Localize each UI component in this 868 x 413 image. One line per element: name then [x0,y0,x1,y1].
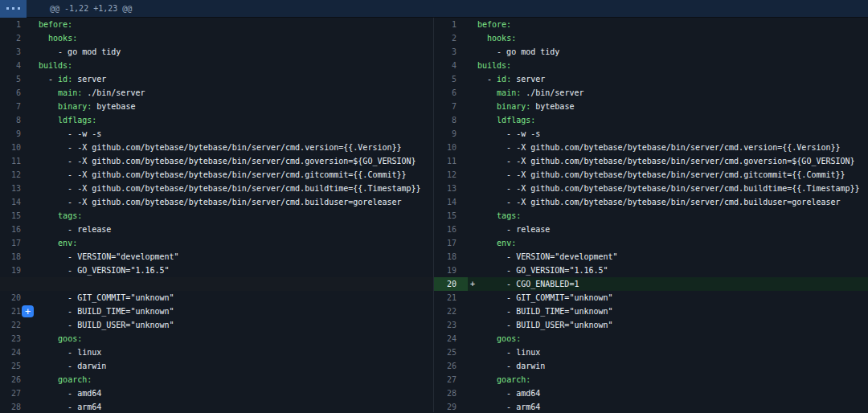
line-number[interactable]: 19 [434,264,468,277]
line-number[interactable]: 6 [434,86,468,100]
code-line: ldflags: [477,113,868,127]
line-number[interactable]: 29 [434,400,468,412]
diff-row: 12 - -X github.com/bytebase/bytebase/bin… [0,168,433,182]
diff-row: 4builds: [434,59,868,72]
line-number[interactable]: 12 [434,168,468,182]
line-number[interactable]: 3 [0,45,29,59]
diff-row: 14 - -X github.com/bytebase/bytebase/bin… [0,195,433,209]
diff-row: 27 goarch: [434,373,868,386]
line-number[interactable]: 28 [434,386,468,400]
line-number[interactable]: 9 [434,127,468,141]
line-number[interactable]: 5 [0,72,29,86]
diff-marker [468,59,477,72]
diff-row: 18 - VERSION="development" [0,250,433,264]
line-number[interactable]: 7 [0,100,29,113]
diff-marker [468,100,477,113]
line-number[interactable]: 22 [434,305,468,318]
code-line: env: [477,236,868,250]
code-line [39,277,433,291]
diff-row: 21 - GIT_COMMIT="unknown" [434,291,868,305]
diff-marker [468,127,477,141]
line-number[interactable]: 17 [434,236,468,250]
line-number[interactable]: 7 [434,100,468,113]
diff-marker [29,113,39,127]
line-number[interactable]: 15 [434,209,468,223]
line-number[interactable]: 25 [0,359,29,373]
line-number[interactable]: 1 [0,18,29,31]
line-number[interactable]: 16 [0,223,29,236]
diff-marker [29,264,39,277]
line-number[interactable]: 4 [0,59,29,72]
code-line: - GIT_COMMIT="unknown" [39,291,433,305]
code-line: - -w -s [477,127,868,141]
line-number[interactable]: 5 [434,72,468,86]
diff-marker [29,373,39,386]
line-number[interactable]: 11 [0,154,29,168]
diff-row: 13 - -X github.com/bytebase/bytebase/bin… [0,182,433,195]
code-line: before: [39,18,433,31]
line-number[interactable]: 11 [434,154,468,168]
code-line: - BUILD_TIME="unknown" [39,305,433,318]
line-number[interactable]: 19 [0,264,29,277]
diff-row: 23 goos: [0,332,433,346]
ellipsis-icon [6,7,20,10]
code-line: goos: [39,332,433,346]
line-number[interactable]: 21 [434,291,468,305]
diff-marker [468,386,477,400]
diff-panes: 1before:2 hooks:3 - go mod tidy4builds:5… [0,18,868,412]
line-number[interactable]: 3 [434,45,468,59]
line-number[interactable]: 27 [434,373,468,386]
diff-marker [468,264,477,277]
diff-marker [468,400,477,412]
line-number[interactable]: 2 [434,31,468,45]
line-number[interactable]: 8 [0,113,29,127]
line-number[interactable]: 23 [434,318,468,332]
line-number[interactable]: 24 [0,346,29,359]
line-number[interactable]: 20 [0,291,29,305]
line-number[interactable]: 24 [434,332,468,346]
line-number[interactable]: 22 [0,318,29,332]
code-line: - VERSION="development" [477,250,868,264]
code-line: - GIT_COMMIT="unknown" [477,291,868,305]
line-number[interactable]: 18 [434,250,468,264]
line-number[interactable]: 26 [434,359,468,373]
line-number[interactable]: 8 [434,113,468,127]
line-number[interactable]: 2 [0,31,29,45]
line-number[interactable]: 13 [434,182,468,195]
diff-marker [29,86,39,100]
code-line: - release [477,223,868,236]
code-line: env: [39,236,433,250]
line-number[interactable]: 12 [0,168,29,182]
line-number[interactable]: 17 [0,236,29,250]
diff-marker [468,346,477,359]
line-number[interactable]: 6 [0,86,29,100]
diff-marker [29,45,39,59]
line-number[interactable]: 23 [0,332,29,346]
line-number[interactable]: 1 [434,18,468,31]
line-number[interactable]: 26 [0,373,29,386]
code-line: builds: [39,59,433,72]
line-number[interactable]: 16 [434,223,468,236]
add-comment-button[interactable]: + [22,305,34,317]
line-number[interactable]: 25 [434,346,468,359]
line-number[interactable]: 15 [0,209,29,223]
line-number[interactable]: 27 [0,386,29,400]
line-number[interactable]: 14 [434,195,468,209]
line-number[interactable]: 13 [0,182,29,195]
line-number[interactable]: 18 [0,250,29,264]
code-line: - arm64 [477,400,868,412]
diff-row: 3 - go mod tidy [0,45,433,59]
code-line: - amd64 [39,386,433,400]
code-line: - linux [477,346,868,359]
expand-diff-button[interactable] [0,0,27,18]
line-number[interactable]: 9 [0,127,29,141]
diff-marker [468,113,477,127]
line-number[interactable]: 4 [434,59,468,72]
diff-row: 16 - release [0,223,433,236]
line-number[interactable]: 20 [434,277,468,291]
line-number[interactable]: 10 [0,141,29,154]
line-number[interactable]: 10 [434,141,468,154]
line-number[interactable]: 28 [0,400,29,412]
code-line: ldflags: [39,113,433,127]
line-number[interactable]: 14 [0,195,29,209]
